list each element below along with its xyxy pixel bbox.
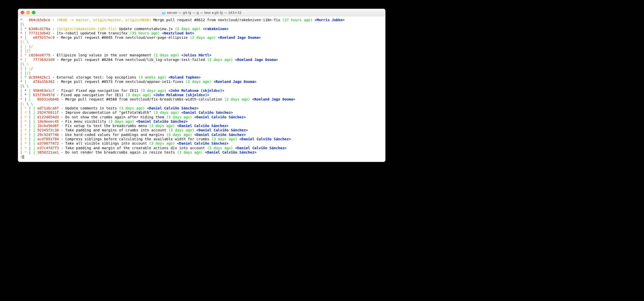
git-log-graph: |\ \ <box>20 62 383 66</box>
commit-refs: (HEAD -> master, origin/master, origin/H… <box>57 18 151 22</box>
graph-segment: \ <box>27 84 29 88</box>
graph-segment <box>27 124 29 128</box>
graph-segment <box>35 119 37 123</box>
graph-segment: | <box>33 124 35 128</box>
git-log-commit: * | 7f736923d9 - Merge pull request #828… <box>20 58 383 62</box>
zoom-button[interactable] <box>32 11 35 14</box>
commit-hash: 292476911f <box>37 110 59 115</box>
graph-segment <box>22 49 24 53</box>
commit-age: (2 days ago) <box>190 35 216 40</box>
git-log-commit: | * dc99442bc1 - External storage test: … <box>20 75 383 80</box>
graph-segment <box>22 128 24 132</box>
graph-segment <box>27 89 29 93</box>
graph-segment <box>22 18 29 22</box>
git-log-graph: |\ <box>20 22 383 27</box>
graph-segment <box>29 102 31 106</box>
git-log-commit: | * | | d122d054d3 - Do not show the cru… <box>20 115 383 119</box>
graph-segment: | <box>29 71 31 75</box>
graph-segment <box>27 44 29 48</box>
commit-hash: 6b931eb64b <box>37 97 59 101</box>
commit-age: (2 days ago) <box>224 97 250 101</box>
commit-age: (27 hours ago) <box>282 18 312 22</box>
graph-segment: | <box>33 110 35 115</box>
graph-segment <box>31 110 33 115</box>
git-log-commit: * | 777313db42 - [tx-robot] updated from… <box>20 31 383 35</box>
graph-segment: | <box>29 97 31 101</box>
commit-age: (2 days ago) <box>186 80 211 84</box>
commit-message: Do not show the crumbs again after hidin… <box>65 115 164 119</box>
commit-hash: 958463e1c7 <box>33 89 55 93</box>
commit-message: Improve documentation of "getTotalWidth" <box>65 110 151 115</box>
graph-segment <box>27 93 29 97</box>
graph-segment: | <box>29 128 31 132</box>
commit-age: (2 days ago) <box>207 58 233 62</box>
graph-segment <box>22 71 24 75</box>
commit-hash: d70a35b382 <box>33 80 55 84</box>
commit-author: <Daniel Calviño Sánchez> <box>239 137 291 141</box>
commit-author: <Daniel Calviño Sánchez> <box>147 106 198 110</box>
commit-message: Merge pull request #8612 from nextcloud/… <box>153 18 280 22</box>
commit-age: (2 days ago) <box>153 53 179 57</box>
window-titlebar[interactable]: server — git lg — g — less ◂ git lg — 16… <box>18 9 385 16</box>
graph-segment <box>22 119 24 123</box>
graph-segment <box>27 53 29 57</box>
commit-age: (3 days ago) <box>149 124 175 128</box>
commit-age: (3 days ago) <box>149 141 175 145</box>
graph-segment <box>22 75 24 79</box>
git-log-graph: | |/| <box>20 71 383 75</box>
terminal-content[interactable]: * 064cb5ebce - (HEAD -> master, origin/m… <box>18 16 385 162</box>
commit-message: Merge pull request #8605 from nextcloud/… <box>61 35 188 40</box>
commit-author: <Roeland Jago Douma> <box>252 97 295 101</box>
git-log-commit: | * | | 292476911f - Improve documentati… <box>20 110 383 115</box>
commit-author: <Daniel Calviño Sánchez> <box>196 128 248 132</box>
graph-segment <box>22 146 24 150</box>
git-log-graph: |\ \ <box>20 40 383 44</box>
graph-segment <box>31 93 33 97</box>
git-log-commit: * | e8f9257ec9 - Merge pull request #860… <box>20 35 383 40</box>
graph-segment: | <box>33 115 35 119</box>
graph-segment <box>31 128 33 132</box>
commit-hash: ad71abca6f <box>37 106 59 110</box>
close-button[interactable] <box>21 11 24 14</box>
graph-segment <box>27 80 33 84</box>
graph-segment: | <box>29 89 31 93</box>
graph-segment: \ <box>22 22 24 26</box>
git-log-commit: | * c820ee8779 - Ellipsize long values i… <box>20 53 383 57</box>
graph-segment <box>27 150 29 154</box>
graph-segment <box>31 137 33 141</box>
less-prompt[interactable]: : <box>20 155 383 159</box>
graph-segment <box>31 97 37 101</box>
commit-age: (35 hours ago) <box>130 31 160 35</box>
graph-segment <box>27 66 29 70</box>
git-log-commit: * | d70a35b382 - Merge pull request #857… <box>20 80 383 84</box>
graph-segment <box>35 124 37 128</box>
commit-message: Take all visible siblings into account <box>65 141 147 145</box>
graph-segment <box>22 97 24 101</box>
graph-segment <box>22 110 24 115</box>
graph-segment: | <box>29 115 31 119</box>
commit-age: (3 days ago) <box>166 115 192 119</box>
graph-segment: | <box>29 141 31 145</box>
commit-age: (3 days ago) <box>108 119 134 123</box>
graph-segment <box>22 31 24 35</box>
commit-author: <Daniel Calviño Sánchez> <box>205 150 256 154</box>
commit-author: <John Molakvoæ (skjnldsv)> <box>169 89 224 93</box>
git-log-commit: | * | | 1bcba56d8f - Fix setup to test t… <box>20 124 383 128</box>
git-log-graph: | |/| <box>20 49 383 53</box>
graph-segment: / <box>31 66 33 70</box>
commit-author: <Roeland Jago Douma> <box>218 35 261 40</box>
graph-segment: | <box>29 93 31 97</box>
commit-hash: 777313db42 <box>29 31 50 35</box>
graph-segment <box>35 106 37 110</box>
commit-hash: 615f3b497d <box>33 93 55 97</box>
commit-age: (3 days ago) <box>211 137 237 141</box>
graph-segment: | <box>29 110 31 115</box>
minimize-button[interactable] <box>26 11 30 14</box>
commit-message: Update commentstabview.js <box>119 27 173 31</box>
git-log-graph: |\ \ <box>20 84 383 88</box>
commit-author: <Roeland Jago Douma> <box>235 58 278 62</box>
graph-segment: | <box>29 124 31 128</box>
git-log-commit: * 064cb5ebce - (HEAD -> master, origin/m… <box>20 18 383 22</box>
graph-segment <box>27 141 29 145</box>
commit-age: (3 days ago) <box>153 110 179 115</box>
